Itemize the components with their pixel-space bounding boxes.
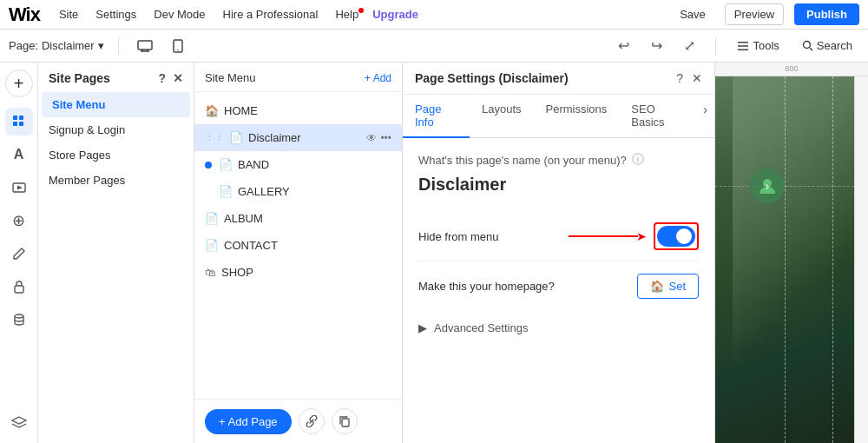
mobile-view-button[interactable] — [166, 34, 190, 58]
drag-handle-icon[interactable]: ⋮⋮ — [205, 132, 224, 143]
canvas-avatar-expand: › — [766, 179, 770, 193]
pages-icon[interactable] — [5, 108, 33, 136]
add-page-button[interactable]: + Add Page — [205, 409, 292, 434]
svg-rect-11 — [13, 116, 17, 120]
search-button[interactable]: Search — [795, 36, 859, 56]
home-page-icon: 🏠 — [205, 104, 219, 117]
page-name-value: Disclaimer — [418, 175, 699, 195]
fit-to-screen-button[interactable]: ⤢ — [677, 34, 701, 58]
help-notification-dot — [358, 8, 364, 13]
tab-page-info[interactable]: Page Info — [403, 95, 470, 138]
member-pages-label: Member Pages — [49, 174, 125, 187]
advanced-arrow-icon: ▶ — [418, 321, 427, 334]
page-settings-actions: ? ✕ — [676, 71, 702, 85]
signup-login-label: Signup & Login — [49, 123, 125, 136]
lock-icon[interactable] — [5, 273, 33, 301]
add-icon-btn[interactable]: ⊕ — [5, 207, 33, 235]
set-homepage-button[interactable]: 🏠 Set — [637, 274, 699, 299]
shop-page-icon: 🛍 — [205, 266, 216, 279]
nav-item-member-pages[interactable]: Member Pages — [38, 168, 194, 193]
save-button[interactable]: Save — [671, 4, 714, 24]
band-dot — [205, 162, 212, 169]
page-settings-help-icon[interactable]: ? — [676, 71, 683, 85]
canvas-hline1 — [715, 76, 854, 187]
tools-label: Tools — [753, 39, 779, 52]
nav-item-site-menu[interactable]: Site Menu — [42, 92, 190, 117]
nav-site[interactable]: Site — [56, 8, 82, 21]
info-icon[interactable]: ⓘ — [632, 152, 644, 168]
top-bar: Wix Site Settings Dev Mode Hire a Profes… — [0, 0, 868, 30]
nav-hire[interactable]: Hire a Professional — [220, 8, 322, 21]
redo-button[interactable]: ↪ — [644, 34, 668, 58]
desktop-view-button[interactable] — [133, 34, 157, 58]
nav-item-store-pages[interactable]: Store Pages — [38, 142, 194, 168]
upgrade-button[interactable]: Upgrade — [372, 8, 418, 21]
svg-rect-14 — [19, 122, 23, 126]
separator — [118, 37, 119, 55]
nav-help[interactable]: Help — [332, 8, 362, 21]
set-btn-label: Set — [668, 280, 686, 293]
edit-icon[interactable] — [5, 240, 33, 268]
svg-point-5 — [177, 49, 179, 50]
album-page-label: ALBUM — [224, 212, 263, 225]
search-label: Search — [817, 39, 852, 52]
copy-icon-button[interactable] — [332, 408, 358, 434]
page-settings-header: Page Settings (Disclaimer) ? ✕ — [403, 63, 714, 95]
site-menu-label: Site Menu — [52, 98, 105, 111]
tab-permissions[interactable]: Permissions — [534, 95, 620, 138]
disclaimer-visibility-icon[interactable]: 👁 — [366, 132, 377, 144]
advanced-settings-label: Advanced Settings — [434, 321, 528, 334]
store-pages-label: Store Pages — [49, 149, 111, 162]
page-item-band[interactable]: 📄 BAND — [194, 151, 402, 178]
set-home-icon: 🏠 — [650, 280, 664, 293]
page-item-album[interactable]: 📄 ALBUM — [194, 205, 402, 232]
tools-button[interactable]: Tools — [730, 36, 786, 56]
tab-seo-basics[interactable]: SEO Basics — [619, 95, 696, 138]
page-item-disclaimer[interactable]: ⋮⋮ 📄 Disclaimer 👁 ••• — [194, 124, 402, 151]
hide-from-menu-toggle[interactable]: ✓ — [657, 226, 695, 247]
link-icon-button[interactable] — [299, 408, 325, 434]
svg-rect-17 — [15, 286, 23, 293]
page-item-gallery[interactable]: 📄 GALLERY — [194, 178, 402, 205]
page-item-home[interactable]: 🏠 HOME — [194, 97, 402, 124]
site-pages-close-icon[interactable]: ✕ — [173, 71, 183, 85]
page-label: Page: — [9, 39, 38, 52]
svg-marker-16 — [17, 186, 23, 190]
site-pages-title: Site Pages — [49, 71, 110, 85]
svg-line-10 — [810, 48, 812, 50]
nav-settings[interactable]: Settings — [92, 8, 140, 21]
font-icon[interactable]: A — [5, 141, 33, 169]
canvas-content: › — [715, 76, 854, 443]
undo-button[interactable]: ↩ — [611, 34, 635, 58]
separator2 — [715, 37, 716, 55]
page-selector-chevron: ▾ — [98, 39, 104, 52]
layers-icon[interactable] — [5, 408, 33, 436]
nav-dev-mode[interactable]: Dev Mode — [150, 8, 208, 21]
media-icon[interactable] — [5, 174, 33, 202]
add-element-button[interactable]: + — [5, 69, 33, 97]
tab-layouts[interactable]: Layouts — [470, 95, 534, 138]
hide-from-menu-label: Hide from menu — [418, 230, 498, 243]
page-item-shop[interactable]: 🛍 SHOP — [194, 259, 402, 286]
disclaimer-page-label: Disclaimer — [248, 131, 301, 144]
hide-from-menu-toggle-wrapper: ✓ — [654, 222, 699, 250]
publish-button[interactable]: Publish — [794, 3, 859, 25]
tabs-more-button[interactable]: › — [696, 95, 714, 138]
page-settings-close-icon[interactable]: ✕ — [692, 71, 702, 85]
page-selector[interactable]: Page: Disclaimer ▾ — [9, 39, 104, 52]
page-item-contact[interactable]: 📄 CONTACT — [194, 232, 402, 259]
homepage-row: Make this your homepage? 🏠 Set — [418, 261, 699, 311]
add-page-link[interactable]: + Add — [365, 72, 391, 84]
database-icon[interactable] — [5, 306, 33, 334]
page-settings-panel: Page Settings (Disclaimer) ? ✕ Page Info… — [403, 63, 715, 443]
advanced-settings-row[interactable]: ▶ Advanced Settings — [418, 311, 699, 345]
arrow-head-icon: ➤ — [636, 229, 647, 243]
arrow-indicator: ➤ — [569, 229, 647, 243]
toggle-checkmark: ✓ — [681, 231, 689, 242]
preview-button[interactable]: Preview — [725, 3, 784, 25]
nav-item-signup-login[interactable]: Signup & Login — [38, 117, 194, 142]
second-bar: Page: Disclaimer ▾ ↩ ↪ ⤢ Tools Search — [0, 30, 868, 63]
horizontal-ruler: 800 — [715, 63, 868, 76]
disclaimer-more-icon[interactable]: ••• — [380, 132, 391, 144]
site-pages-help-icon[interactable]: ? — [158, 71, 166, 85]
